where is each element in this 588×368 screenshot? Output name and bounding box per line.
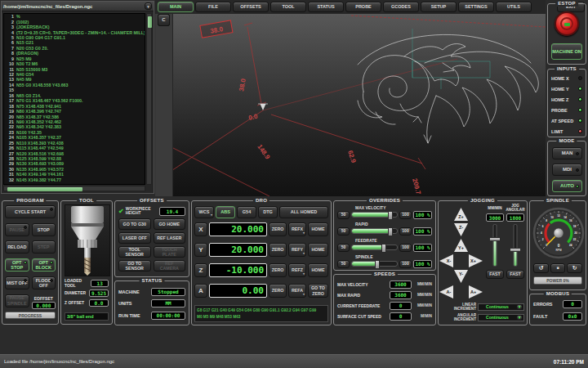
offsets-button[interactable]: TOOL SENSOR [118, 246, 151, 258]
override-max-button[interactable]: 100 [399, 211, 412, 219]
offsets-button[interactable]: GO TO SENSOR [118, 260, 151, 272]
mode-auto-button[interactable]: AUTO [552, 180, 582, 192]
offsets-button[interactable]: GO TO G30 [118, 218, 151, 230]
jog-z-minus-button[interactable]: Z- [454, 223, 468, 236]
override-min-button[interactable]: 50 [337, 260, 350, 268]
offsets-button[interactable]: TOUCH PLATE [154, 246, 186, 258]
menu-tab[interactable]: UTILS [496, 2, 532, 12]
axis-z-button[interactable]: Z [194, 263, 207, 277]
home-y-button[interactable]: HOME [308, 243, 328, 257]
menu-tab[interactable]: TOOL [270, 2, 306, 12]
override-max-button[interactable]: 100 [399, 260, 412, 268]
jog-x-minus-button[interactable]: X- [439, 254, 453, 267]
cycle-start-button[interactable]: CYCLE START [5, 205, 56, 218]
jog-a-minus-button[interactable]: A- [439, 285, 453, 298]
dtg-button[interactable]: DTG [258, 206, 278, 218]
spindle-cw-button[interactable]: ↻ [567, 263, 582, 273]
jog-y-minus-button[interactable]: Y- [454, 270, 468, 283]
spindle-slider[interactable] [351, 261, 398, 267]
mode-man-button[interactable]: MAN [552, 147, 582, 159]
slider-handle[interactable] [375, 260, 380, 269]
offsets-button[interactable]: LASER OFF [118, 232, 151, 244]
override-min-button[interactable]: 50 [337, 227, 350, 236]
rapid-slider[interactable] [351, 228, 398, 234]
override-max-button[interactable]: 100 [399, 244, 412, 252]
gcode-listing[interactable]: 1 % 2 (1002) 3 (JOKERSBACK) 4 (T2 D=9.35… [3, 13, 145, 185]
axis-y-button[interactable]: Y [194, 243, 207, 257]
angular-jog-slider[interactable] [510, 224, 521, 267]
linear-increment-combo[interactable]: Continuous ▾ [478, 303, 524, 311]
menu-tab[interactable]: STATUS [308, 2, 344, 12]
combo-dropdown-button[interactable]: ▾ [516, 304, 523, 310]
override-min-button[interactable]: 50 [337, 211, 350, 219]
menu-tab[interactable]: SETTINGS [458, 2, 494, 12]
all-homed-button[interactable]: ALL HOMED [279, 206, 328, 218]
go-to-zero-button[interactable]: GO TO ZERO [308, 284, 328, 298]
home-z-button[interactable]: HOME [308, 263, 328, 277]
mist-button[interactable]: MIST OFF [5, 276, 29, 289]
slider-handle[interactable] [388, 211, 393, 220]
abs-button[interactable]: ABS [216, 206, 235, 218]
step-button[interactable]: STEP [32, 240, 56, 254]
combo-dropdown-button[interactable]: ▾ [516, 315, 523, 321]
linear-jog-slider[interactable] [489, 224, 501, 267]
home-x-button[interactable]: HOME [308, 222, 328, 236]
max-velocity-slider[interactable] [351, 212, 398, 218]
pause-button[interactable]: PAUSE [5, 223, 29, 236]
offsets-button[interactable]: GO HOME [154, 218, 186, 230]
ref-z-button[interactable]: REFZ▾ [288, 263, 306, 277]
mode-mdi-button[interactable]: MDI [552, 164, 582, 176]
gcode-line[interactable]: 4 (T2 D=9.35 CR=0. TAPER=30DEG - ZMIN=14… [4, 29, 145, 34]
angular-increment-combo[interactable]: Continuous ▾ [478, 314, 524, 321]
spindle-stop-button[interactable]: ■ [550, 263, 566, 273]
gcode-line[interactable]: 32 N145 X149.382 Y44.77 [4, 177, 145, 182]
zero-a-button[interactable]: ZERO [269, 284, 287, 298]
slider-handle[interactable] [489, 237, 501, 241]
spindle-ccw-button[interactable]: ↺ [533, 263, 549, 273]
linear-fast-button[interactable]: FAST [486, 270, 504, 279]
pause-spindle-button[interactable]: PAUSE SPINDLE [5, 294, 29, 307]
gcode-vertical-scroll-thumb[interactable] [148, 16, 152, 28]
override-max-button[interactable]: 100 [399, 227, 412, 236]
machine-on-button[interactable]: MACHINE ON [551, 43, 582, 60]
reload-button[interactable]: RELOAD [5, 240, 29, 254]
zero-x-button[interactable]: ZERO [269, 222, 287, 236]
angular-fast-button[interactable]: FAST [506, 270, 524, 279]
menu-tab[interactable]: MAIN [158, 2, 194, 12]
menu-tab[interactable]: SETUP [421, 2, 457, 12]
feedrate-slider[interactable] [351, 245, 398, 250]
ref-y-button[interactable]: REFY▾ [288, 243, 306, 257]
gcode-horizontal-scroll-thumb[interactable] [7, 187, 82, 191]
estop-button[interactable] [555, 11, 579, 36]
jog-x-plus-button[interactable]: X+ [469, 254, 483, 267]
menu-tab[interactable]: FILE [195, 2, 231, 12]
g54-button[interactable]: G54 [237, 206, 256, 218]
zero-y-button[interactable]: ZERO [269, 243, 287, 257]
jog-a-plus-button[interactable]: A+ [469, 285, 483, 298]
axis-a-button[interactable]: A [194, 284, 207, 298]
override-min-button[interactable]: 50 [337, 244, 350, 252]
menu-tab[interactable]: OFFSETS [233, 2, 269, 12]
stop-button[interactable]: STOP [32, 223, 56, 236]
jog-z-plus-button[interactable]: Z+ [454, 208, 468, 221]
offsets-button[interactable]: REF CAMERA [154, 260, 186, 272]
opt-block-button[interactable]: OPT BLOCK [32, 258, 56, 272]
gcode-file-dropdown-button[interactable]: ▾ [145, 2, 152, 10]
flood-button[interactable]: FLOOD OFF [32, 276, 56, 289]
slider-handle[interactable] [388, 227, 393, 236]
plot-tool-button[interactable]: C [158, 14, 170, 26]
zero-z-button[interactable]: ZERO [269, 263, 287, 277]
axis-x-button[interactable]: X [194, 222, 207, 236]
menu-tab[interactable]: GCODES [383, 2, 419, 12]
jog-y-plus-button[interactable]: Y+ [454, 239, 468, 252]
ref-x-button[interactable]: REFX▾ [288, 222, 306, 236]
slider-handle[interactable] [510, 248, 521, 252]
menu-tab[interactable]: PROBE [345, 2, 381, 12]
wcs-dropdown[interactable]: WCS▾ [194, 206, 214, 218]
gcode-horizontal-scrollbar[interactable] [3, 186, 145, 191]
gcode-preview-plot[interactable]: 38.0 38.0 0.0 148.9 62.9 209.7 [155, 14, 546, 196]
opt-stop-button[interactable]: OPT STOP [5, 258, 29, 272]
offsets-button[interactable]: REF LASER [154, 232, 186, 244]
slider-handle[interactable] [381, 244, 386, 253]
gcode-vertical-scrollbar[interactable] [146, 13, 152, 185]
